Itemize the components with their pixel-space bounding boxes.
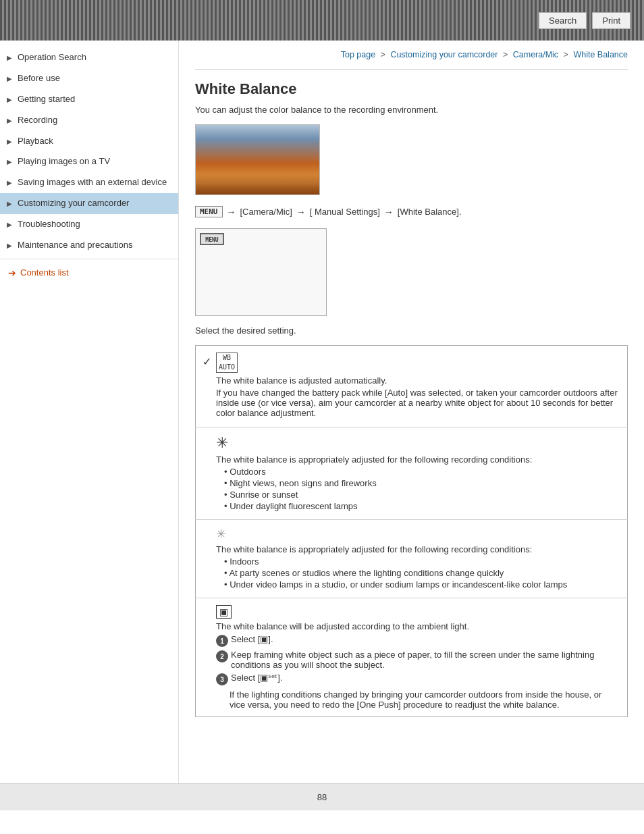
main-divider	[195, 69, 628, 70]
sidebar-label-3: Recording	[18, 115, 170, 126]
sidebar-label-5: Playing images on a TV	[18, 156, 170, 167]
option-cell-outdoor: ✳The white balance is appropriately adju…	[196, 427, 628, 520]
sidebar-item-7[interactable]: ▶Customizing your camcorder	[0, 193, 178, 214]
option-cell-onepush: ▣The white balance will be adjusted acco…	[196, 598, 628, 717]
breadcrumb-current: White Balance	[573, 50, 628, 59]
breadcrumb-customizing[interactable]: Customizing your camcorder	[390, 50, 498, 59]
option-bullet-outdoor: Under daylight fluorescent lamps	[224, 501, 619, 511]
step-text: Select [▣ˢᵉᵗ].	[231, 673, 283, 683]
breadcrumb-sep3: >	[564, 50, 571, 59]
option-icon-onepush: ▣	[216, 605, 232, 619]
option-text-auto: The white balance is adjusted automatica…	[216, 375, 619, 386]
option-icon-indoor: ✳	[216, 527, 226, 542]
contents-list-link[interactable]: ➔ Contents list	[0, 262, 178, 284]
page-title: White Balance	[195, 80, 628, 98]
option-row-auto: ✓WB AUTOThe white balance is adjusted au…	[196, 346, 628, 427]
breadcrumb-camera-mic[interactable]: Camera/Mic	[513, 50, 558, 59]
sidebar-item-5[interactable]: ▶Playing images on a TV	[0, 151, 178, 172]
option-cell-auto: ✓WB AUTOThe white balance is adjusted au…	[196, 346, 628, 427]
sidebar-arrow-1: ▶	[7, 74, 14, 83]
option-row-indoor: ✳The white balance is appropriately adju…	[196, 520, 628, 598]
option-bullet-indoor: Indoors	[224, 556, 619, 567]
sunset-image	[195, 124, 320, 195]
option-bullet-outdoor: Night views, neon signs and fireworks	[224, 478, 619, 488]
page-number: 88	[317, 792, 327, 802]
menu-camera-mic: [Camera/Mic]	[240, 207, 292, 217]
menu-button-label: MENU	[195, 206, 223, 217]
sidebar-arrow-6: ▶	[7, 178, 14, 187]
menu-screenshot: MENU	[195, 228, 327, 316]
option-step-onepush-1: 2Keep framing white object such as a pie…	[216, 650, 619, 670]
option-bullet-outdoor: Outdoors	[224, 467, 619, 477]
sidebar-arrow-2: ▶	[7, 95, 14, 104]
search-button[interactable]: Search	[539, 12, 587, 29]
option-bullet-indoor: At party scenes or studios where the lig…	[224, 568, 619, 578]
print-button[interactable]: Print	[592, 12, 630, 29]
option-step-onepush-2: 3Select [▣ˢᵉᵗ].	[216, 673, 619, 685]
breadcrumb-sep2: >	[503, 50, 510, 59]
sidebar-divider	[0, 259, 178, 259]
select-text: Select the desired setting.	[195, 325, 628, 336]
sidebar-label-1: Before use	[18, 73, 170, 84]
step-text: Keep framing white object such as a piec…	[231, 650, 619, 670]
step-number-icon: 2	[216, 650, 228, 662]
option-row-outdoor: ✳The white balance is appropriately adju…	[196, 427, 628, 520]
option-step-onepush-0: 1Select [▣].	[216, 634, 619, 647]
option-bullet-indoor: Under video lamps in a studio, or under …	[224, 579, 619, 590]
step-number-icon: 3	[216, 673, 228, 685]
breadcrumb-top-page[interactable]: Top page	[341, 50, 375, 59]
sidebar-item-6[interactable]: ▶Saving images with an external device	[0, 172, 178, 193]
menu-screenshot-btn: MENU	[200, 233, 224, 245]
menu-arrow3: →	[384, 207, 394, 217]
sidebar-item-3[interactable]: ▶Recording	[0, 110, 178, 131]
sidebar-item-8[interactable]: ▶Troubleshooting	[0, 214, 178, 235]
sidebar-item-4[interactable]: ▶Playback	[0, 131, 178, 152]
breadcrumb: Top page > Customizing your camcorder > …	[195, 50, 628, 59]
sidebar-arrow-0: ▶	[7, 53, 14, 62]
step-text: Select [▣].	[231, 634, 273, 644]
sidebar-item-2[interactable]: ▶Getting started	[0, 89, 178, 110]
layout: ▶Operation Search▶Before use▶Getting sta…	[0, 41, 644, 783]
option-check-icon: ✓	[203, 355, 211, 368]
sidebar-label-7: Customizing your camcorder	[18, 198, 170, 209]
option-icon-outdoor: ✳	[216, 434, 228, 452]
option-bullet-outdoor: Sunrise or sunset	[224, 490, 619, 500]
sidebar-label-2: Getting started	[18, 94, 170, 105]
menu-white-balance: [White Balance].	[398, 207, 462, 217]
menu-arrow1: →	[227, 207, 236, 217]
menu-arrow2: →	[296, 207, 306, 217]
sidebar-item-0[interactable]: ▶Operation Search	[0, 47, 178, 68]
sidebar-label-4: Playback	[18, 136, 170, 147]
option-text-auto: If you have changed the battery pack whi…	[216, 388, 619, 418]
main-content: Top page > Customizing your camcorder > …	[179, 41, 644, 783]
footer: 88	[0, 783, 644, 810]
option-extra-text-onepush: If the lighting conditions changed by br…	[230, 689, 619, 710]
sidebar-arrow-3: ▶	[7, 116, 14, 125]
sidebar-arrow-9: ▶	[7, 241, 14, 250]
menu-instruction: MENU → [Camera/Mic] → [ Manual Settings]…	[195, 206, 628, 217]
breadcrumb-sep1: >	[381, 50, 388, 59]
option-text-indoor: The white balance is appropriately adjus…	[216, 544, 619, 554]
option-text-outdoor: The white balance is appropriately adjus…	[216, 454, 619, 465]
option-cell-indoor: ✳The white balance is appropriately adju…	[196, 520, 628, 598]
sidebar: ▶Operation Search▶Before use▶Getting sta…	[0, 41, 179, 783]
sidebar-label-0: Operation Search	[18, 52, 170, 63]
options-table: ✓WB AUTOThe white balance is adjusted au…	[195, 345, 628, 717]
sidebar-arrow-5: ▶	[7, 157, 14, 166]
top-bar: Search Print	[0, 0, 644, 41]
option-text-onepush: The white balance will be adjusted accor…	[216, 621, 619, 631]
step-number-icon: 1	[216, 635, 228, 647]
contents-link-label: Contents list	[20, 267, 69, 278]
sidebar-arrow-7: ▶	[7, 199, 14, 208]
sidebar-arrow-8: ▶	[7, 220, 14, 229]
sidebar-item-9[interactable]: ▶Maintenance and precautions	[0, 235, 178, 256]
sidebar-item-1[interactable]: ▶Before use	[0, 68, 178, 89]
sidebar-label-9: Maintenance and precautions	[18, 240, 170, 251]
sidebar-label-8: Troubleshooting	[18, 219, 170, 230]
menu-manual-settings: [ Manual Settings]	[310, 207, 380, 217]
sidebar-arrow-4: ▶	[7, 137, 14, 146]
sidebar-label-6: Saving images with an external device	[18, 177, 170, 188]
intro-text: You can adjust the color balance to the …	[195, 105, 628, 115]
option-icon-auto: WB AUTO	[216, 353, 238, 373]
contents-arrow-icon: ➔	[8, 267, 16, 278]
